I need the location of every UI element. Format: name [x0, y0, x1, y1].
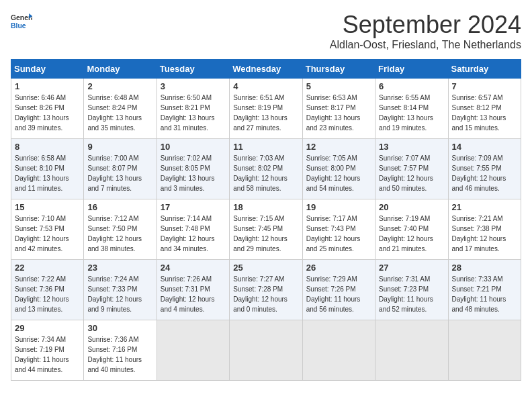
day-number: 10 [161, 142, 226, 152]
day-info: Sunrise: 7:02 AM Sunset: 8:05 PM Dayligh… [161, 153, 226, 193]
day-number: 30 [87, 323, 152, 333]
day-number: 7 [452, 81, 517, 91]
day-number: 20 [379, 202, 444, 212]
day-number: 8 [15, 142, 80, 152]
day-info: Sunrise: 7:21 AM Sunset: 7:38 PM Dayligh… [452, 214, 517, 254]
table-row: 29Sunrise: 7:34 AM Sunset: 7:19 PM Dayli… [11, 320, 84, 381]
day-info: Sunrise: 7:00 AM Sunset: 8:07 PM Dayligh… [87, 153, 152, 193]
svg-text:Blue: Blue [11, 22, 26, 30]
page-header: General Blue September 2024 Aldlan-Oost,… [11, 11, 521, 51]
day-info: Sunrise: 7:09 AM Sunset: 7:55 PM Dayligh… [452, 153, 517, 193]
day-info: Sunrise: 6:51 AM Sunset: 8:19 PM Dayligh… [233, 93, 298, 133]
table-row: 15Sunrise: 7:10 AM Sunset: 7:53 PM Dayli… [11, 199, 84, 260]
day-info: Sunrise: 7:33 AM Sunset: 7:21 PM Dayligh… [452, 274, 517, 314]
generalblue-logo-icon: General Blue [11, 11, 32, 32]
col-wednesday: Wednesday [230, 60, 302, 79]
day-number: 3 [161, 81, 226, 91]
day-info: Sunrise: 7:05 AM Sunset: 8:00 PM Dayligh… [306, 153, 371, 193]
table-row: 7Sunrise: 6:57 AM Sunset: 8:12 PM Daylig… [448, 79, 521, 139]
day-number: 1 [15, 81, 80, 91]
table-row: 24Sunrise: 7:26 AM Sunset: 7:31 PM Dayli… [157, 260, 229, 320]
table-row: 20Sunrise: 7:19 AM Sunset: 7:40 PM Dayli… [375, 199, 448, 260]
day-number: 21 [452, 202, 517, 212]
table-row: 5Sunrise: 6:53 AM Sunset: 8:17 PM Daylig… [302, 79, 375, 139]
week-row-2: 8Sunrise: 6:58 AM Sunset: 8:10 PM Daylig… [11, 139, 521, 199]
day-info: Sunrise: 7:22 AM Sunset: 7:36 PM Dayligh… [15, 274, 80, 314]
day-number: 18 [233, 202, 298, 212]
day-info: Sunrise: 7:07 AM Sunset: 7:57 PM Dayligh… [379, 153, 444, 193]
day-number: 29 [15, 323, 80, 333]
table-row [448, 320, 521, 381]
table-row: 23Sunrise: 7:24 AM Sunset: 7:33 PM Dayli… [84, 260, 157, 320]
table-row: 3Sunrise: 6:50 AM Sunset: 8:21 PM Daylig… [157, 79, 229, 139]
day-number: 14 [452, 142, 517, 152]
day-number: 17 [161, 202, 226, 212]
table-row: 18Sunrise: 7:15 AM Sunset: 7:45 PM Dayli… [230, 199, 302, 260]
day-info: Sunrise: 7:27 AM Sunset: 7:28 PM Dayligh… [233, 274, 298, 314]
week-row-3: 15Sunrise: 7:10 AM Sunset: 7:53 PM Dayli… [11, 199, 521, 260]
day-info: Sunrise: 6:57 AM Sunset: 8:12 PM Dayligh… [452, 93, 517, 133]
day-number: 27 [379, 263, 444, 273]
table-row: 17Sunrise: 7:14 AM Sunset: 7:48 PM Dayli… [157, 199, 229, 260]
col-thursday: Thursday [302, 60, 375, 79]
table-row: 10Sunrise: 7:02 AM Sunset: 8:05 PM Dayli… [157, 139, 229, 199]
week-row-4: 22Sunrise: 7:22 AM Sunset: 7:36 PM Dayli… [11, 260, 521, 320]
table-row: 22Sunrise: 7:22 AM Sunset: 7:36 PM Dayli… [11, 260, 84, 320]
day-info: Sunrise: 7:24 AM Sunset: 7:33 PM Dayligh… [87, 274, 152, 314]
day-info: Sunrise: 7:31 AM Sunset: 7:23 PM Dayligh… [379, 274, 444, 314]
table-row: 8Sunrise: 6:58 AM Sunset: 8:10 PM Daylig… [11, 139, 84, 199]
day-number: 25 [233, 263, 298, 273]
day-number: 16 [87, 202, 152, 212]
logo: General Blue [11, 11, 32, 32]
col-monday: Monday [84, 60, 157, 79]
day-number: 26 [306, 263, 371, 273]
week-row-1: 1Sunrise: 6:46 AM Sunset: 8:26 PM Daylig… [11, 79, 521, 139]
table-row: 27Sunrise: 7:31 AM Sunset: 7:23 PM Dayli… [375, 260, 448, 320]
day-number: 6 [379, 81, 444, 91]
table-row: 14Sunrise: 7:09 AM Sunset: 7:55 PM Dayli… [448, 139, 521, 199]
table-row: 25Sunrise: 7:27 AM Sunset: 7:28 PM Dayli… [230, 260, 302, 320]
table-row: 4Sunrise: 6:51 AM Sunset: 8:19 PM Daylig… [230, 79, 302, 139]
col-sunday: Sunday [11, 60, 84, 79]
day-number: 22 [15, 263, 80, 273]
table-row: 9Sunrise: 7:00 AM Sunset: 8:07 PM Daylig… [84, 139, 157, 199]
day-info: Sunrise: 7:14 AM Sunset: 7:48 PM Dayligh… [161, 214, 226, 254]
table-row: 1Sunrise: 6:46 AM Sunset: 8:26 PM Daylig… [11, 79, 84, 139]
table-row: 2Sunrise: 6:48 AM Sunset: 8:24 PM Daylig… [84, 79, 157, 139]
table-row [230, 320, 302, 381]
title-block: September 2024 Aldlan-Oost, Friesland, T… [330, 11, 521, 51]
col-friday: Friday [375, 60, 448, 79]
day-number: 4 [233, 81, 298, 91]
day-info: Sunrise: 6:55 AM Sunset: 8:14 PM Dayligh… [379, 93, 444, 133]
day-info: Sunrise: 6:46 AM Sunset: 8:26 PM Dayligh… [15, 93, 80, 133]
calendar-header-row: Sunday Monday Tuesday Wednesday Thursday… [11, 60, 521, 79]
day-number: 9 [87, 142, 152, 152]
table-row: 26Sunrise: 7:29 AM Sunset: 7:26 PM Dayli… [302, 260, 375, 320]
day-info: Sunrise: 7:03 AM Sunset: 8:02 PM Dayligh… [233, 153, 298, 193]
day-info: Sunrise: 7:10 AM Sunset: 7:53 PM Dayligh… [15, 214, 80, 254]
table-row: 16Sunrise: 7:12 AM Sunset: 7:50 PM Dayli… [84, 199, 157, 260]
day-number: 23 [87, 263, 152, 273]
month-title: September 2024 [330, 11, 521, 39]
day-info: Sunrise: 6:53 AM Sunset: 8:17 PM Dayligh… [306, 93, 371, 133]
table-row: 6Sunrise: 6:55 AM Sunset: 8:14 PM Daylig… [375, 79, 448, 139]
day-number: 15 [15, 202, 80, 212]
day-info: Sunrise: 6:50 AM Sunset: 8:21 PM Dayligh… [161, 93, 226, 133]
table-row: 12Sunrise: 7:05 AM Sunset: 8:00 PM Dayli… [302, 139, 375, 199]
day-number: 11 [233, 142, 298, 152]
week-row-5: 29Sunrise: 7:34 AM Sunset: 7:19 PM Dayli… [11, 320, 521, 381]
day-number: 28 [452, 263, 517, 273]
day-info: Sunrise: 6:48 AM Sunset: 8:24 PM Dayligh… [87, 93, 152, 133]
table-row: 11Sunrise: 7:03 AM Sunset: 8:02 PM Dayli… [230, 139, 302, 199]
day-info: Sunrise: 7:34 AM Sunset: 7:19 PM Dayligh… [15, 334, 80, 375]
day-info: Sunrise: 7:17 AM Sunset: 7:43 PM Dayligh… [306, 214, 371, 254]
day-info: Sunrise: 6:58 AM Sunset: 8:10 PM Dayligh… [15, 153, 80, 193]
day-info: Sunrise: 7:15 AM Sunset: 7:45 PM Dayligh… [233, 214, 298, 254]
day-info: Sunrise: 7:12 AM Sunset: 7:50 PM Dayligh… [87, 214, 152, 254]
day-number: 2 [87, 81, 152, 91]
day-number: 13 [379, 142, 444, 152]
day-info: Sunrise: 7:36 AM Sunset: 7:16 PM Dayligh… [87, 334, 152, 375]
day-number: 24 [161, 263, 226, 273]
day-info: Sunrise: 7:19 AM Sunset: 7:40 PM Dayligh… [379, 214, 444, 254]
calendar-table: Sunday Monday Tuesday Wednesday Thursday… [11, 59, 521, 381]
